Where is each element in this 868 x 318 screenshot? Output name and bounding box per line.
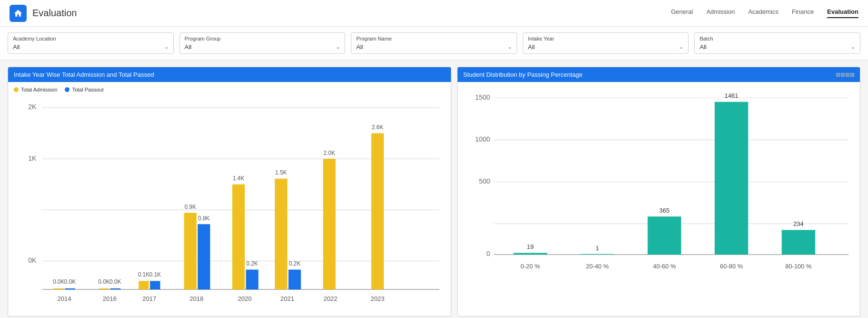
svg-text:19: 19 bbox=[527, 243, 533, 250]
svg-text:234: 234 bbox=[793, 220, 804, 227]
legend-passout: Total Passout bbox=[65, 87, 103, 92]
nav-tab-academics[interactable]: Academics bbox=[748, 8, 778, 18]
svg-text:0K: 0K bbox=[28, 256, 37, 264]
svg-text:0.0K: 0.0K bbox=[53, 278, 65, 285]
filter-box-1: Program Group All ⌄ bbox=[180, 32, 346, 54]
filter-box-3: Intake Year All ⌄ bbox=[523, 32, 689, 54]
svg-text:2020: 2020 bbox=[238, 295, 251, 302]
svg-text:0: 0 bbox=[486, 250, 490, 257]
legend-label-admission: Total Admission bbox=[21, 87, 57, 92]
svg-text:2022: 2022 bbox=[323, 295, 337, 302]
svg-rect-18 bbox=[139, 281, 149, 289]
svg-text:2.6K: 2.6K bbox=[372, 124, 384, 131]
svg-text:20-40 %: 20-40 % bbox=[586, 263, 609, 270]
svg-text:40-60 %: 40-60 % bbox=[653, 263, 676, 270]
svg-text:80-100 %: 80-100 % bbox=[785, 263, 811, 270]
filter-label-3: Intake Year bbox=[528, 36, 684, 41]
page-title: Evaluation bbox=[32, 8, 77, 19]
chart1-svg: 2K 1K 0K 0.0K 0.0K 2014 0.0K 0.0K 2016 0… bbox=[14, 96, 445, 312]
chart1-body: Total Admission Total Passout 2K 1K 0K bbox=[8, 82, 451, 316]
svg-rect-56 bbox=[580, 254, 614, 255]
svg-rect-33 bbox=[275, 179, 287, 289]
svg-text:2016: 2016 bbox=[103, 295, 117, 302]
chevron-down-icon: ⌄ bbox=[679, 44, 683, 50]
svg-rect-13 bbox=[99, 288, 109, 289]
svg-rect-20 bbox=[150, 281, 160, 289]
svg-text:0.8K: 0.8K bbox=[198, 215, 210, 222]
svg-rect-59 bbox=[648, 216, 681, 255]
nav-tabs: GeneralAdmissionAcademicsFinanceEvaluati… bbox=[671, 8, 858, 18]
filter-label-2: Program Name bbox=[356, 36, 512, 41]
panel-icon-1 bbox=[836, 73, 840, 77]
svg-text:2021: 2021 bbox=[280, 295, 294, 302]
svg-text:1.5K: 1.5K bbox=[275, 169, 287, 176]
chart1-header: Intake Year Wise Total Admission and Tot… bbox=[8, 67, 451, 82]
chart-distribution: Student Distribution by Passing Percenta… bbox=[457, 67, 860, 317]
svg-rect-62 bbox=[715, 102, 748, 255]
svg-rect-15 bbox=[110, 288, 120, 289]
chevron-down-icon: ⌄ bbox=[336, 44, 340, 50]
svg-text:0.9K: 0.9K bbox=[184, 204, 196, 210]
nav-tab-general[interactable]: General bbox=[671, 8, 693, 18]
panel-icon-2 bbox=[841, 73, 845, 77]
filter-box-2: Program Name All ⌄ bbox=[351, 32, 517, 54]
charts-area: Intake Year Wise Total Admission and Tot… bbox=[0, 60, 868, 318]
svg-text:2.0K: 2.0K bbox=[323, 150, 335, 156]
svg-rect-10 bbox=[65, 288, 75, 289]
legend-label-passout: Total Passout bbox=[72, 87, 103, 92]
filter-value-0: All bbox=[13, 43, 20, 51]
svg-text:0.1K: 0.1K bbox=[150, 271, 161, 278]
svg-text:2014: 2014 bbox=[58, 295, 71, 302]
filter-value-4: All bbox=[699, 43, 706, 51]
svg-text:1.4K: 1.4K bbox=[233, 175, 245, 182]
filter-select-2[interactable]: All ⌄ bbox=[356, 43, 512, 51]
header-left: Evaluation bbox=[10, 5, 77, 22]
svg-text:0-20 %: 0-20 % bbox=[520, 263, 540, 270]
panel-icon-4 bbox=[850, 73, 854, 77]
svg-text:0.1K: 0.1K bbox=[138, 271, 150, 278]
filter-select-0[interactable]: All ⌄ bbox=[13, 43, 169, 51]
svg-text:1: 1 bbox=[596, 245, 599, 252]
filter-select-1[interactable]: All ⌄ bbox=[185, 43, 340, 51]
panel-icons bbox=[836, 73, 854, 77]
filter-value-1: All bbox=[185, 43, 191, 51]
filter-label-4: Batch bbox=[699, 36, 855, 41]
svg-rect-8 bbox=[53, 288, 63, 289]
chart1-legend: Total Admission Total Passout bbox=[14, 87, 445, 92]
chart2-body: 1500 1000 500 0 19 0-20 % 1 20-40 % 365 … bbox=[458, 82, 860, 303]
chevron-down-icon: ⌄ bbox=[508, 44, 512, 50]
chevron-down-icon: ⌄ bbox=[851, 44, 855, 50]
filter-select-4[interactable]: All ⌄ bbox=[699, 43, 855, 51]
filters-row: Academy Location All ⌄ Program Group All… bbox=[0, 27, 868, 60]
svg-rect-41 bbox=[371, 133, 384, 289]
filter-label-1: Program Group bbox=[185, 36, 340, 41]
chart-admission: Intake Year Wise Total Admission and Tot… bbox=[8, 67, 451, 317]
svg-text:0.0K: 0.0K bbox=[64, 278, 76, 285]
svg-text:2K: 2K bbox=[28, 103, 37, 111]
svg-rect-30 bbox=[246, 269, 258, 289]
filter-box-0: Academy Location All ⌄ bbox=[8, 32, 174, 54]
filter-box-4: Batch All ⌄ bbox=[694, 32, 860, 54]
legend-dot-passout bbox=[65, 87, 70, 92]
nav-tab-finance[interactable]: Finance bbox=[792, 8, 814, 18]
nav-tab-evaluation[interactable]: Evaluation bbox=[827, 8, 858, 18]
panel-icon-3 bbox=[846, 73, 849, 77]
chart2-title: Student Distribution by Passing Percenta… bbox=[463, 71, 583, 78]
nav-tab-admission[interactable]: Admission bbox=[706, 8, 735, 18]
svg-rect-35 bbox=[289, 269, 301, 289]
svg-text:1461: 1461 bbox=[725, 92, 738, 99]
svg-text:365: 365 bbox=[659, 207, 669, 214]
svg-rect-28 bbox=[232, 185, 245, 289]
filter-value-2: All bbox=[356, 43, 363, 51]
svg-text:1000: 1000 bbox=[475, 135, 490, 143]
logo-icon bbox=[10, 5, 27, 22]
svg-text:500: 500 bbox=[479, 177, 490, 185]
filter-select-3[interactable]: All ⌄ bbox=[528, 43, 684, 51]
svg-text:0.0K: 0.0K bbox=[110, 278, 121, 285]
svg-text:0.0K: 0.0K bbox=[98, 278, 110, 285]
svg-text:2018: 2018 bbox=[190, 295, 203, 302]
svg-text:1500: 1500 bbox=[475, 93, 490, 101]
filter-label-0: Academy Location bbox=[13, 36, 169, 41]
svg-rect-23 bbox=[184, 213, 197, 289]
svg-text:60-80 %: 60-80 % bbox=[720, 263, 743, 270]
